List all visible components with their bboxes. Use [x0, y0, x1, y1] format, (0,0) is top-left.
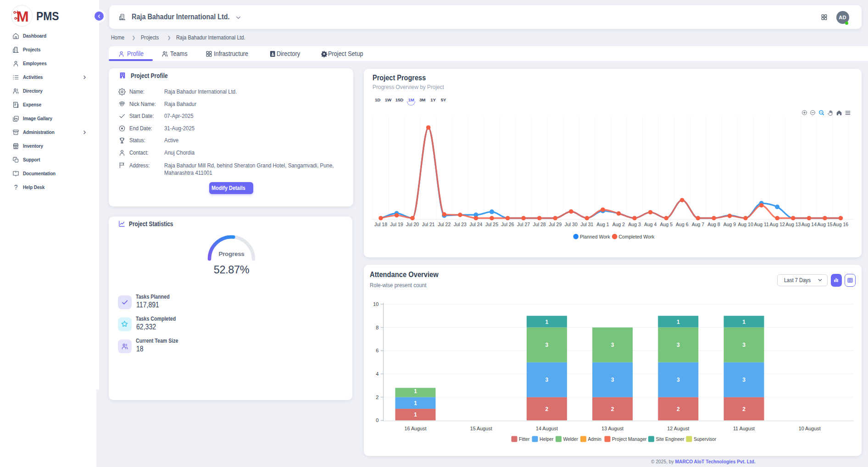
- svg-text:8: 8: [376, 325, 378, 330]
- svg-text:Jul 25: Jul 25: [485, 222, 498, 227]
- svg-text:3: 3: [677, 377, 680, 383]
- svg-text:14 August: 14 August: [536, 426, 558, 431]
- svg-text:Aug 2: Aug 2: [612, 222, 625, 227]
- svg-text:1: 1: [677, 319, 680, 325]
- svg-text:Aug 15: Aug 15: [817, 222, 832, 227]
- svg-text:13 August: 13 August: [601, 426, 623, 431]
- svg-text:11 August: 11 August: [733, 426, 755, 431]
- svg-text:Jul 19: Jul 19: [390, 222, 403, 227]
- svg-text:Aug 10: Aug 10: [738, 222, 753, 227]
- svg-text:6: 6: [376, 348, 378, 353]
- svg-text:Jul 21: Jul 21: [422, 222, 435, 227]
- svg-text:1: 1: [742, 319, 746, 325]
- svg-text:Aug 3: Aug 3: [628, 222, 641, 227]
- svg-text:1: 1: [414, 388, 417, 395]
- svg-text:Aug 14: Aug 14: [801, 222, 817, 227]
- svg-text:Jul 30: Jul 30: [565, 222, 578, 227]
- svg-text:Jul 18: Jul 18: [374, 222, 387, 227]
- svg-text:3: 3: [545, 342, 549, 348]
- svg-text:Project Manager: Project Manager: [612, 437, 647, 442]
- svg-text:3: 3: [611, 377, 614, 383]
- svg-text:2: 2: [742, 406, 746, 412]
- svg-text:Aug 6: Aug 6: [676, 222, 689, 227]
- svg-text:Jul 22: Jul 22: [438, 222, 451, 227]
- svg-text:10 August: 10 August: [799, 426, 821, 431]
- svg-text:Aug 9: Aug 9: [723, 222, 736, 227]
- svg-text:2: 2: [611, 406, 614, 412]
- svg-text:1: 1: [545, 319, 549, 325]
- svg-text:0: 0: [376, 417, 378, 423]
- svg-text:Welder: Welder: [563, 437, 579, 442]
- svg-text:3: 3: [742, 377, 746, 383]
- svg-text:2: 2: [376, 395, 378, 400]
- svg-text:3: 3: [545, 377, 549, 383]
- svg-text:Aug 12: Aug 12: [770, 222, 785, 227]
- svg-text:10: 10: [373, 301, 378, 307]
- svg-text:3: 3: [677, 342, 680, 348]
- svg-text:Aug 13: Aug 13: [785, 222, 801, 227]
- svg-text:Helper: Helper: [540, 437, 554, 442]
- svg-text:Completed Work: Completed Work: [619, 234, 655, 239]
- svg-text:Jul 29: Jul 29: [549, 222, 562, 227]
- svg-text:4: 4: [376, 371, 378, 377]
- svg-text:15 August: 15 August: [470, 426, 492, 431]
- svg-text:3: 3: [742, 342, 746, 348]
- svg-text:M: M: [17, 8, 28, 25]
- svg-text:Site Engineer: Site Engineer: [656, 437, 684, 442]
- svg-text:12 August: 12 August: [667, 426, 689, 431]
- svg-text:Jul 28: Jul 28: [533, 222, 546, 227]
- svg-text:1: 1: [414, 400, 417, 406]
- svg-text:Jul 31: Jul 31: [580, 222, 593, 227]
- svg-text:Supervisor: Supervisor: [694, 437, 717, 442]
- svg-text:Jul 23: Jul 23: [454, 222, 467, 227]
- svg-text:Jul 20: Jul 20: [406, 222, 419, 227]
- svg-text:Admin: Admin: [588, 437, 601, 442]
- svg-text:1: 1: [414, 411, 417, 418]
- svg-text:2: 2: [545, 406, 549, 412]
- svg-text:Aug 7: Aug 7: [692, 222, 705, 227]
- svg-text:Aug 16: Aug 16: [833, 222, 848, 227]
- svg-text:Aug 5: Aug 5: [660, 222, 673, 227]
- svg-text:Planned Work: Planned Work: [580, 234, 611, 239]
- svg-text:Aug 11: Aug 11: [754, 222, 769, 227]
- svg-text:Fitter: Fitter: [519, 437, 530, 442]
- svg-text:16 August: 16 August: [404, 426, 426, 431]
- svg-text:3: 3: [611, 342, 614, 348]
- svg-text:Aug 1: Aug 1: [596, 222, 609, 227]
- svg-text:Jul 26: Jul 26: [501, 222, 514, 227]
- svg-text:2: 2: [677, 406, 680, 412]
- svg-text:Jul 27: Jul 27: [517, 222, 530, 227]
- svg-text:Aug 8: Aug 8: [707, 222, 720, 227]
- svg-text:Aug 4: Aug 4: [644, 222, 657, 227]
- svg-text:Jul 24: Jul 24: [469, 222, 482, 227]
